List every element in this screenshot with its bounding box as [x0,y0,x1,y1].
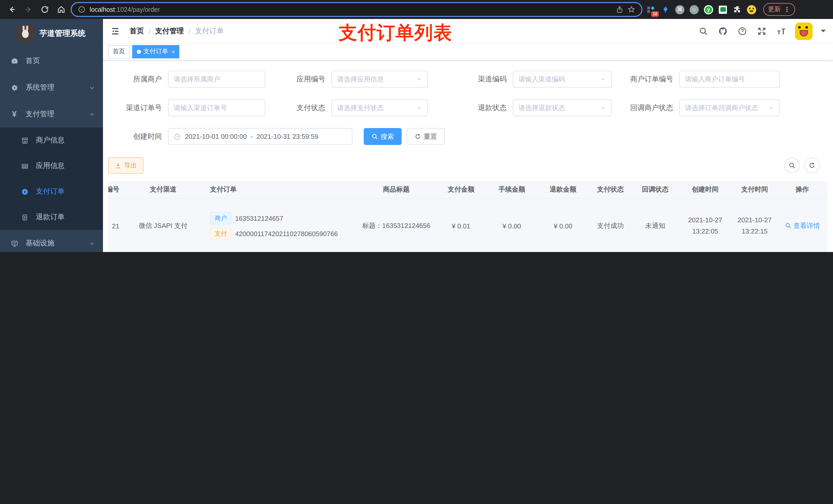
column-header-order: 支付订单 [203,181,357,198]
fullscreen-icon[interactable] [756,25,767,37]
extension-gem-icon[interactable] [660,4,671,15]
filter-select-应用编号[interactable]: 请选择应用信息 [331,71,428,88]
extension-y-icon[interactable]: y [703,4,714,15]
filter-label-商户订单编号: 商户订单编号 [619,74,679,84]
filter-input-所属商户[interactable]: 请选择所属商户 [168,71,265,88]
extensions-puzzle-icon[interactable] [732,4,743,15]
sidebar-item-商户信息[interactable]: 商户信息 [0,127,103,153]
reload-icon[interactable] [38,3,51,16]
placeholder-text: 请选择订单回调商户状态 [685,103,766,113]
breadcrumb-item[interactable]: 支付管理 [155,26,184,35]
forward-icon[interactable] [22,3,35,16]
breadcrumb-item: 支付订单 [195,26,224,35]
sidebar-item-label: 系统管理 [26,83,89,92]
view-detail-link[interactable]: 查看详情 [785,221,820,231]
placeholder-text: 请输入渠道订单号 [174,103,260,113]
search-icon[interactable] [698,25,709,37]
filter-row-1: 所属商户请选择所属商户应用编号请选择应用信息渠道编码请输入渠道编码商户订单编号请… [108,71,828,88]
browser-menu-icon[interactable]: ⋮ [784,6,790,13]
filter-input-商户订单编号[interactable]: 请输入商户订单编号 [679,71,780,88]
extension-chat-icon[interactable] [717,4,729,15]
tab-支付订单[interactable]: 支付订单× [132,45,180,58]
shop-icon [21,136,29,144]
browser-toolbar: localhost:1024/pay/order 10 ⌘ y 更新 ⋮ [0,0,833,19]
github-icon[interactable] [717,25,729,37]
back-icon[interactable] [5,3,19,16]
extension-bitwarden-icon[interactable]: 10 [645,4,657,15]
share-icon[interactable] [616,6,623,13]
sidebar: 芋道管理系统 首页系统管理¥支付管理商户信息应用信息¥支付订单退款订单基础设施研… [0,19,103,252]
cell-fee: ¥ 0.00 [486,198,538,252]
fontsize-icon[interactable] [776,25,787,37]
filter-input-渠道订单号[interactable]: 请输入渠道订单号 [168,99,265,116]
column-header-notify_status: 回调状态 [632,181,678,198]
tab-首页[interactable]: 首页 [108,45,129,58]
sidebar-item-支付管理[interactable]: ¥支付管理 [0,101,103,127]
filter-label-支付状态: 支付状态 [271,103,331,113]
home-icon[interactable] [54,3,68,16]
column-header-amount: 支付金额 [436,181,486,198]
navbar: 首页/支付管理/支付订单 支付订单列表 [103,19,833,43]
tab-close-icon[interactable]: × [172,48,175,54]
table-row: 21微信 JSAPI 支付商户1635312124657支付4200001174… [108,198,827,252]
sidebar-item-label: 基础设施 [26,239,89,248]
filter-select-回调商户状态[interactable]: 请选择订单回调商户状态 [679,99,780,116]
site-info-icon[interactable] [78,6,86,13]
bookmark-star-icon[interactable] [627,6,635,13]
column-header-fee: 手续金额 [486,181,538,198]
filter-label-应用编号: 应用编号 [271,74,331,84]
svg-text:¥: ¥ [24,189,26,194]
yen-icon: ¥ [10,110,19,118]
search-button[interactable]: 搜索 [364,128,402,145]
extension-recorder-icon[interactable] [689,4,700,15]
address-bar[interactable]: localhost:1024/pay/order [71,2,642,17]
user-menu-caret-icon[interactable] [821,30,826,35]
merchant-order-no: 1635312124657 [235,214,283,222]
help-icon[interactable] [737,25,748,37]
sidebar-toggle-icon[interactable] [108,24,122,38]
sidebar-item-退款订单[interactable]: 退款订单 [0,205,103,230]
chevron-down-icon [600,76,606,82]
gear-icon [10,83,19,92]
chevron-down-icon [768,105,774,111]
breadcrumb: 首页/支付管理/支付订单 [129,26,224,35]
refresh-button[interactable] [804,158,820,173]
app-logo[interactable]: 芋道管理系统 [0,19,103,48]
merchant-order-line: 商户1635312124657 [210,212,356,224]
sidebar-item-支付订单[interactable]: ¥支付订单 [0,179,103,205]
cell-notify-status: 未通知 [632,198,678,252]
column-header-title: 商品标题 [357,181,436,198]
filter-select-退款状态[interactable]: 请选择退款状态 [513,99,612,116]
column-header-pay_status: 支付状态 [589,181,632,198]
monitor-icon [10,239,19,247]
sidebar-item-应用信息[interactable]: 应用信息 [0,153,103,179]
extension-command-icon[interactable]: ⌘ [674,4,686,15]
filter-label-退款状态: 退款状态 [453,103,513,113]
annotation-title: 支付订单列表 [339,21,452,46]
export-button[interactable]: 导出 [108,157,143,174]
reset-button[interactable]: 重置 [407,128,445,145]
filter-label-回调商户状态: 回调商户状态 [619,103,679,113]
browser-update-button[interactable]: 更新 ⋮ [763,3,795,16]
placeholder-text: 请选择所属商户 [174,74,260,84]
sidebar-item-系统管理[interactable]: 系统管理 [0,74,103,101]
sidebar-item-label: 退款订单 [36,213,95,222]
toggle-search-button[interactable] [784,158,800,173]
filter-select-渠道编码[interactable]: 请输入渠道编码 [513,71,612,88]
column-header-channel: 支付渠道 [123,181,203,198]
profile-avatar-icon[interactable] [746,4,757,15]
sidebar-item-基础设施[interactable]: 基础设施 [0,230,103,252]
chevron-down-icon [416,76,422,82]
filter-select-支付状态[interactable]: 请选择支付状态 [331,99,428,116]
breadcrumb-item[interactable]: 首页 [129,26,144,35]
orders-table-wrap: 编号支付渠道支付订单商品标题支付金额手续金额退款金额支付状态回调状态创建时间支付… [108,181,828,252]
chevron-down-icon [600,105,606,111]
cell-refund: ¥ 0.00 [538,198,589,252]
user-avatar[interactable] [795,22,812,40]
filter-label-所属商户: 所属商户 [108,74,168,84]
cell-order: 商户1635312124657支付42000011742021102780605… [203,198,357,252]
sidebar-item-首页[interactable]: 首页 [0,48,103,74]
cell-pay-status: 支付成功 [589,198,632,252]
create-time-range-picker[interactable]: 2021-10-01 00:00:00 - 2021-10-31 23:59:5… [168,128,353,145]
tags-view-bar: 首页支付订单× [103,43,833,61]
